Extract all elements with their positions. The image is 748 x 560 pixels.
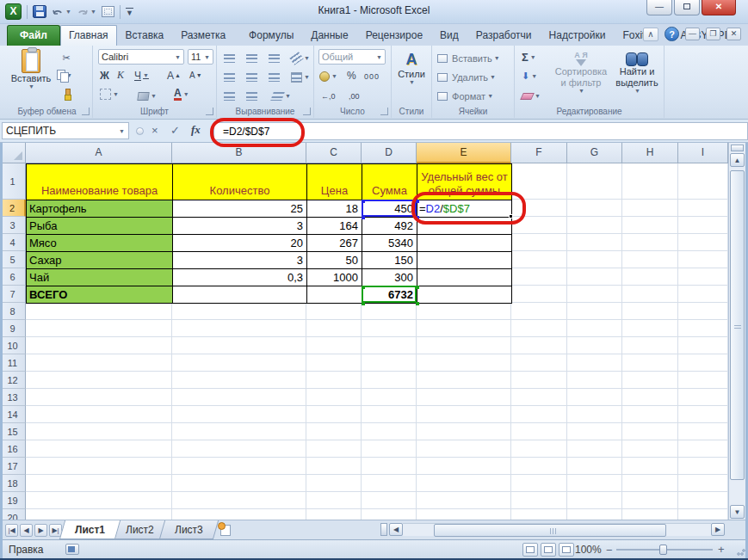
cell-B3[interactable]: 3 — [173, 218, 307, 235]
cell-I18[interactable] — [678, 475, 728, 492]
prev-sheet-button[interactable]: ◀ — [20, 524, 33, 537]
cell-I7[interactable] — [678, 286, 728, 303]
cell-E6[interactable] — [417, 269, 512, 286]
cell-C19[interactable] — [306, 492, 362, 509]
cell-F13[interactable] — [511, 389, 567, 406]
cell-A20[interactable] — [26, 509, 172, 520]
cell-G11[interactable] — [567, 354, 622, 372]
cell-B12[interactable] — [172, 372, 306, 389]
cell-G4[interactable] — [567, 234, 622, 251]
cell-B18[interactable] — [172, 475, 306, 492]
bold-button[interactable]: Ж — [100, 68, 109, 83]
cell-C17[interactable] — [306, 458, 362, 475]
borders-button[interactable]: ▼ — [100, 87, 119, 102]
cell-C9[interactable] — [306, 320, 362, 337]
workbook-close-button[interactable]: ✕ — [726, 28, 741, 40]
cell-H16[interactable] — [622, 440, 678, 458]
cell-I4[interactable] — [678, 234, 728, 251]
select-all-corner[interactable] — [0, 143, 26, 163]
tab-Разработчи[interactable]: Разработчи — [467, 25, 541, 46]
cell-D16[interactable] — [362, 440, 417, 458]
cell-G13[interactable] — [567, 389, 622, 406]
cell-E9[interactable] — [417, 320, 511, 337]
row-header-3[interactable]: 3 — [0, 217, 26, 234]
cell-D3[interactable]: 492 — [362, 218, 417, 235]
sheet-tab-Лист1[interactable]: Лист1 — [59, 520, 121, 539]
cell-F11[interactable] — [511, 354, 567, 372]
cell-H12[interactable] — [622, 372, 678, 389]
tab-Формулы[interactable]: Формулы — [240, 25, 302, 46]
cell-I20[interactable] — [678, 509, 728, 520]
row-header-14[interactable]: 14 — [0, 406, 26, 423]
cell-I13[interactable] — [678, 389, 728, 406]
format-cells-button[interactable]: Формат▼ — [437, 89, 493, 103]
increase-font-button[interactable]: А▲ — [167, 68, 181, 83]
cell-F18[interactable] — [511, 475, 567, 492]
first-sheet-button[interactable]: |◀ — [5, 524, 18, 537]
tab-Надстройки[interactable]: Надстройки — [541, 25, 615, 46]
zoom-slider-thumb[interactable] — [659, 545, 667, 555]
decrease-indent-button[interactable] — [224, 89, 235, 103]
cell-I5[interactable] — [678, 251, 728, 268]
sort-filter-button[interactable]: А Я Сортировка и фильтр ▼ — [553, 51, 609, 94]
cell-I11[interactable] — [678, 354, 728, 372]
tab-Вид[interactable]: Вид — [431, 25, 467, 46]
cell-E13[interactable] — [417, 389, 511, 406]
cell-D8[interactable] — [362, 303, 417, 320]
clear-button[interactable]: ▼ — [522, 89, 541, 103]
minimize-button[interactable]: — — [646, 0, 672, 15]
cell-C18[interactable] — [306, 475, 362, 492]
cell-F8[interactable] — [511, 303, 567, 320]
cell-G5[interactable] — [567, 251, 622, 268]
cell-C6[interactable]: 1000 — [307, 269, 362, 286]
cell-F14[interactable] — [511, 406, 567, 423]
row-header-17[interactable]: 17 — [0, 458, 26, 475]
cell-C11[interactable] — [306, 354, 362, 372]
cell-H14[interactable] — [622, 406, 678, 423]
percent-button[interactable]: % — [347, 68, 356, 83]
insert-worksheet-button[interactable] — [216, 520, 235, 539]
cell-A11[interactable] — [26, 354, 172, 372]
cell-D7[interactable]: 6732 — [362, 286, 417, 304]
cell-D2[interactable]: 450 — [362, 200, 417, 218]
cell-H19[interactable] — [622, 492, 678, 509]
row-header-1[interactable]: 1 — [0, 163, 26, 200]
cell-B10[interactable] — [172, 337, 306, 354]
collapse-ribbon-icon[interactable]: ∧ — [643, 28, 658, 41]
cell-H2[interactable] — [622, 200, 678, 217]
align-left-button[interactable] — [224, 70, 235, 84]
dialog-launcher-icon[interactable] — [303, 108, 311, 115]
dialog-launcher-icon[interactable] — [206, 108, 213, 115]
next-sheet-button[interactable]: ▶ — [34, 524, 47, 537]
cell-E11[interactable] — [417, 354, 511, 372]
cell-H5[interactable] — [622, 251, 678, 268]
cell-F6[interactable] — [511, 268, 567, 286]
cell-E19[interactable] — [417, 492, 511, 509]
horizontal-scrollbar[interactable]: ◀ ▶ — [380, 522, 725, 537]
cell-G7[interactable] — [567, 286, 622, 303]
cell-D11[interactable] — [362, 354, 417, 372]
cell-F16[interactable] — [511, 440, 567, 458]
decrease-decimal-button[interactable]: ,00 — [349, 89, 360, 103]
table-header-A1[interactable]: Наименование товара — [27, 164, 173, 200]
cell-E5[interactable] — [417, 252, 512, 269]
cell-D6[interactable]: 300 — [362, 269, 417, 286]
table-header-E1[interactable]: Удельный вес от общей суммы — [417, 164, 512, 200]
cell-C10[interactable] — [306, 337, 362, 354]
copy-button[interactable]: ▼ — [57, 68, 72, 82]
cell-F19[interactable] — [511, 492, 567, 509]
hscroll-track[interactable] — [403, 523, 711, 536]
row-header-13[interactable]: 13 — [0, 389, 26, 406]
cell-I2[interactable] — [678, 200, 728, 217]
cell-D15[interactable] — [362, 423, 417, 440]
vertical-scroll-thumb[interactable] — [730, 170, 745, 480]
cell-A19[interactable] — [26, 492, 172, 509]
fill-button[interactable]: ⬇▼ — [522, 69, 537, 83]
cell-A5[interactable]: Сахар — [27, 252, 173, 269]
cell-H3[interactable] — [622, 217, 678, 234]
page-break-view-button[interactable] — [559, 543, 574, 557]
cell-C12[interactable] — [306, 372, 362, 389]
workbook-minimize-button[interactable]: — — [685, 28, 700, 40]
cell-D10[interactable] — [362, 337, 417, 354]
tab-Разметка ст[interactable]: Разметка ст — [172, 25, 240, 46]
